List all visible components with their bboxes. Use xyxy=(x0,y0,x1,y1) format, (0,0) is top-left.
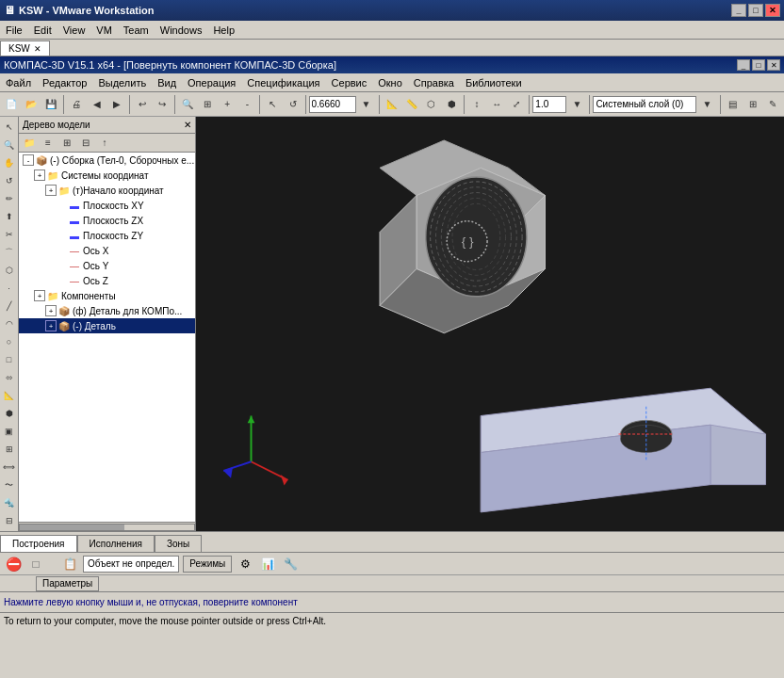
ltb-bolt[interactable]: 🔩 xyxy=(1,494,18,511)
tree-node-components[interactable]: + 📁 Компоненты xyxy=(19,288,195,303)
tab-close-button[interactable]: ✕ xyxy=(34,44,41,54)
inner-menu-window[interactable]: Окно xyxy=(372,73,408,91)
mode-icon1[interactable]: ⚙ xyxy=(236,555,254,573)
menu-help[interactable]: Help xyxy=(207,21,240,39)
tree-node-coords-sys[interactable]: + 📁 Системы координат xyxy=(19,168,195,183)
tree-node-plane-zy[interactable]: ▬ Плоскость ZY xyxy=(19,228,195,243)
ltb-plane[interactable]: ⊟ xyxy=(1,512,18,529)
ltb-arc[interactable]: ◠ xyxy=(1,315,18,332)
inner-close[interactable]: ✕ xyxy=(767,59,780,71)
mode-icon2[interactable]: 📊 xyxy=(258,555,277,573)
axis2[interactable]: ↔ xyxy=(487,94,506,115)
ltb-rotate[interactable]: ↺ xyxy=(1,172,18,189)
window-controls[interactable]: _ □ ✕ xyxy=(731,4,780,17)
ltb-line[interactable]: ╱ xyxy=(1,298,18,315)
next-button[interactable]: ▶ xyxy=(107,94,126,115)
inner-menu-libs[interactable]: Библиотеки xyxy=(460,73,528,91)
layer-dropdown[interactable]: ▼ xyxy=(697,94,716,115)
ltb-fillet[interactable]: ⌒ xyxy=(1,244,18,261)
redo-button[interactable]: ↪ xyxy=(153,94,172,115)
zoom-prev[interactable]: 🔍 xyxy=(178,94,197,115)
axis1[interactable]: ↕ xyxy=(467,94,486,115)
menu-file[interactable]: File xyxy=(0,21,28,39)
rotate-button[interactable]: ↺ xyxy=(283,94,302,115)
menu-team[interactable]: Team xyxy=(118,21,155,39)
mode-button[interactable]: Режимы xyxy=(183,556,232,573)
tree-tb-3[interactable]: ⊞ xyxy=(58,136,75,151)
ltb-zoom[interactable]: 🔍 xyxy=(1,137,18,153)
inner-menu-select[interactable]: Выделить xyxy=(92,73,152,91)
print-button[interactable]: 🖨 xyxy=(67,94,86,115)
inner-menu-editor[interactable]: Редактор xyxy=(37,73,92,91)
undo-button[interactable]: ↩ xyxy=(133,94,152,115)
tree-expand-11[interactable]: + xyxy=(45,320,57,331)
menu-view[interactable]: View xyxy=(57,21,91,39)
zoom-dropdown[interactable]: ▼ xyxy=(357,94,376,115)
tree-node-part2[interactable]: + 📦 (-) Деталь xyxy=(19,318,195,333)
tree-node-plane-zx[interactable]: ▬ Плоскость ZX xyxy=(19,213,195,228)
new-button[interactable]: 📄 xyxy=(2,94,21,115)
mode-icon3[interactable]: 🔧 xyxy=(281,555,300,573)
3d-viewport[interactable]: { } xyxy=(196,117,784,531)
tree-node-axis-x[interactable]: — Ось X xyxy=(19,243,195,258)
tree-expand-10[interactable]: + xyxy=(45,305,57,316)
inner-menu-help[interactable]: Справка xyxy=(408,73,460,91)
ltb-pan[interactable]: ✋ xyxy=(1,154,18,171)
tree-expand-1[interactable]: + xyxy=(34,170,45,181)
tree-tb-2[interactable]: ≡ xyxy=(40,136,57,151)
close-button[interactable]: ✕ xyxy=(765,4,780,17)
open-button[interactable]: 📂 xyxy=(22,94,41,115)
view1[interactable]: 📐 xyxy=(383,94,401,115)
tree-tb-1[interactable]: 📁 xyxy=(21,136,38,151)
prev-button[interactable]: ◀ xyxy=(87,94,106,115)
tree-expand-9[interactable]: + xyxy=(34,290,45,301)
inner-menu-operation[interactable]: Операция xyxy=(182,73,241,91)
ltb-cut[interactable]: ✂ xyxy=(1,226,18,243)
tab-ksw[interactable]: KSW ✕ xyxy=(0,40,50,56)
ltb-pattern[interactable]: ⊞ xyxy=(1,441,18,458)
inner-controls[interactable]: _ □ ✕ xyxy=(737,59,780,71)
ltb-mirror[interactable]: ⟺ xyxy=(1,459,18,476)
ltb-circle[interactable]: ○ xyxy=(1,333,18,350)
select-button[interactable]: ↖ xyxy=(263,94,282,115)
tree-node-axis-y[interactable]: — Ось Y xyxy=(19,258,195,273)
zoom-out[interactable]: - xyxy=(237,94,256,115)
zoom-in[interactable]: + xyxy=(218,94,237,115)
minimize-button[interactable]: _ xyxy=(731,4,746,17)
ltb-dim[interactable]: ⬄ xyxy=(1,369,18,386)
ltb-rib[interactable]: ▣ xyxy=(1,423,18,440)
inner-menu-view[interactable]: Вид xyxy=(152,73,182,91)
ltb-rect[interactable]: □ xyxy=(1,351,18,368)
maximize-button[interactable]: □ xyxy=(748,4,763,17)
tree-expand-2[interactable]: + xyxy=(45,185,57,196)
tab-execution[interactable]: Исполнения xyxy=(77,535,155,552)
tree-tb-5[interactable]: ↑ xyxy=(96,136,113,151)
axis3[interactable]: ⤢ xyxy=(507,94,526,115)
scale-dropdown[interactable]: ▼ xyxy=(567,94,586,115)
inner-maximize[interactable]: □ xyxy=(752,59,765,71)
tab-zones[interactable]: Зоны xyxy=(155,535,202,552)
menu-windows[interactable]: Windows xyxy=(155,21,208,39)
view3[interactable]: ⬡ xyxy=(422,94,441,115)
view4[interactable]: ⬢ xyxy=(442,94,461,115)
tree-scrollbar[interactable] xyxy=(19,522,195,531)
menu-edit[interactable]: Edit xyxy=(28,21,57,39)
ltb-extrude[interactable]: ⬆ xyxy=(1,208,18,225)
tree-node-plane-xy[interactable]: ▬ Плоскость XY xyxy=(19,198,195,213)
view2[interactable]: 📏 xyxy=(402,94,421,115)
inner-menu-file[interactable]: Файл xyxy=(0,73,37,91)
ltb-point[interactable]: · xyxy=(1,280,18,297)
zoom-fit[interactable]: ⊞ xyxy=(198,94,217,115)
tree-node-origin[interactable]: + 📁 (т)Начало координат xyxy=(19,183,195,198)
layer-btn2[interactable]: ⊞ xyxy=(743,94,762,115)
ltb-shell[interactable]: ⬢ xyxy=(1,405,18,422)
layer-btn1[interactable]: ▤ xyxy=(723,94,742,115)
tree-expand-0[interactable]: - xyxy=(23,154,34,166)
scale-input[interactable] xyxy=(532,96,566,113)
tree-node-assembly[interactable]: - 📦 (-) Сборка (Тел-0, Сборочных е... xyxy=(19,153,195,168)
inner-minimize[interactable]: _ xyxy=(737,59,750,71)
save-button[interactable]: 💾 xyxy=(41,94,60,115)
ltb-spring[interactable]: 〜 xyxy=(1,476,18,493)
tab-build[interactable]: Построения xyxy=(0,535,77,552)
ltb-cursor[interactable]: ↖ xyxy=(1,119,18,136)
